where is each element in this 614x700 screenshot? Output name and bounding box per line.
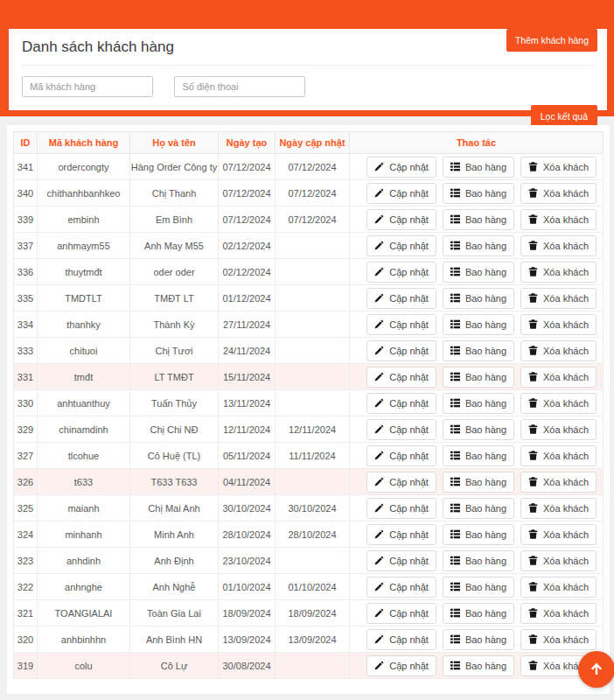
delete-button[interactable]: Xóa khách [520,262,597,283]
update-button[interactable]: Cập nhật [366,209,436,230]
update-button[interactable]: Cập nhật [366,550,436,571]
phone-input[interactable] [174,76,305,97]
update-button[interactable]: Cập nhật [366,288,436,309]
add-customer-button[interactable]: Thêm khách hàng [506,29,597,52]
delete-button-label: Xóa khách [543,608,589,619]
cell-updated-date [276,285,350,312]
update-button[interactable]: Cập nhật [366,498,436,519]
delete-button[interactable]: Xóa khách [520,445,597,466]
update-button[interactable]: Cập nhật [366,524,436,545]
delete-button[interactable]: Xóa khách [520,419,597,440]
update-button[interactable]: Cập nhật [366,603,436,624]
orders-button[interactable]: Bao hàng [443,262,514,283]
orders-button-label: Bao hàng [465,582,506,592]
cell-created-date: 07/12/2024 [219,206,276,233]
update-button-label: Cập nhật [389,451,429,461]
delete-button[interactable]: Xóa khách [520,629,597,650]
orders-button[interactable]: Bao hàng [443,445,514,466]
update-button-label: Cập nhật [389,608,429,619]
orders-button[interactable]: Bao hàng [443,340,514,361]
list-icon [450,503,460,513]
pencil-icon [374,214,384,224]
cell-code: TMDTLT [38,285,130,312]
delete-button[interactable]: Xóa khách [520,550,597,571]
cell-actions: Cập nhật Bao hàng Xóa khách [350,495,604,522]
delete-button[interactable]: Xóa khách [520,340,597,361]
trash-icon [528,477,538,486]
update-button[interactable]: Cập nhật [366,157,436,178]
orders-button[interactable]: Bao hàng [443,524,514,545]
orders-button[interactable]: Bao hàng [443,367,514,388]
orders-button[interactable]: Bao hàng [443,235,514,256]
trash-icon [528,162,538,172]
update-button[interactable]: Cập nhật [366,235,436,256]
list-icon [450,188,460,198]
update-button[interactable]: Cập nhật [366,419,436,440]
orders-button[interactable]: Bao hàng [443,419,514,440]
trash-icon [528,608,538,618]
update-button[interactable]: Cập nhật [366,262,436,283]
orders-button[interactable]: Bao hàng [443,209,514,230]
update-button[interactable]: Cập nhật [366,629,436,650]
delete-button[interactable]: Xóa khách [520,235,597,256]
orders-button[interactable]: Bao hàng [443,288,514,309]
orders-button[interactable]: Bao hàng [443,629,514,650]
delete-button[interactable]: Xóa khách [520,157,597,178]
delete-button[interactable]: Xóa khách [520,472,597,493]
cell-name: Cô Huệ (TL) [130,443,219,469]
table-row: 331 tmđt LT TMĐT 15/11/2024 Cập nhật Bao… [14,364,604,390]
update-button[interactable]: Cập nhật [366,314,436,335]
update-button-label: Cập nhật [389,398,429,409]
delete-button[interactable]: Xóa khách [520,367,597,388]
pencil-icon [374,451,384,460]
cell-actions: Cập nhật Bao hàng Xóa khách [350,206,604,233]
cell-created-date: 02/12/2024 [219,233,276,259]
update-button[interactable]: Cập nhật [366,393,436,414]
list-icon [450,556,460,565]
orders-button[interactable]: Bao hàng [443,655,514,676]
list-icon [450,162,460,172]
delete-button[interactable]: Xóa khách [520,524,597,545]
orders-button[interactable]: Bao hàng [443,314,514,335]
orders-button[interactable]: Bao hàng [443,550,514,571]
orders-button[interactable]: Bao hàng [443,157,514,178]
update-button[interactable]: Cập nhật [366,183,436,204]
update-button[interactable]: Cập nhật [366,655,436,676]
cell-updated-date [276,548,350,574]
delete-button[interactable]: Xóa khách [520,288,597,309]
update-button[interactable]: Cập nhật [366,577,436,598]
delete-button[interactable]: Xóa khách [520,209,597,230]
cell-created-date: 15/11/2024 [219,364,276,390]
delete-button[interactable]: Xóa khách [520,183,597,204]
update-button[interactable]: Cập nhật [366,367,436,388]
cell-name: Anh Nghễ [130,574,219,600]
delete-button[interactable]: Xóa khách [520,577,597,598]
update-button[interactable]: Cập nhật [366,472,436,493]
orders-button[interactable]: Bao hàng [443,393,514,414]
update-button-label: Cập nhật [389,424,429,435]
delete-button[interactable]: Xóa khách [520,603,597,624]
cell-name: Chị Mai Anh [130,495,219,522]
delete-button-label: Xóa khách [543,634,589,645]
orders-button[interactable]: Bao hàng [443,577,514,598]
update-button[interactable]: Cập nhật [366,340,436,361]
cell-name: Anh Bình HN [130,626,219,653]
update-button-label: Cập nhật [389,162,429,172]
delete-button[interactable]: Xóa khách [520,393,597,414]
cell-created-date: 01/10/2024 [219,574,276,600]
delete-button[interactable]: Xóa khách [520,314,597,335]
scroll-top-button[interactable] [578,651,614,688]
table-row: 340 chithanhbanhkeo Chị Thanh 07/12/2024… [14,180,604,206]
customer-code-input[interactable] [22,76,153,97]
delete-button[interactable]: Xóa khách [520,498,597,519]
orders-button[interactable]: Bao hàng [443,603,514,624]
update-button[interactable]: Cập nhật [366,445,436,466]
orders-button[interactable]: Bao hàng [443,183,514,204]
orders-button[interactable]: Bao hàng [443,472,514,493]
trash-icon [528,529,538,539]
cell-actions: Cập nhật Bao hàng Xóa khách [350,364,604,390]
orders-button[interactable]: Bao hàng [443,498,514,519]
cell-id: 321 [14,600,38,626]
cell-created-date: 27/11/2024 [219,312,276,338]
cell-id: 340 [14,180,38,206]
